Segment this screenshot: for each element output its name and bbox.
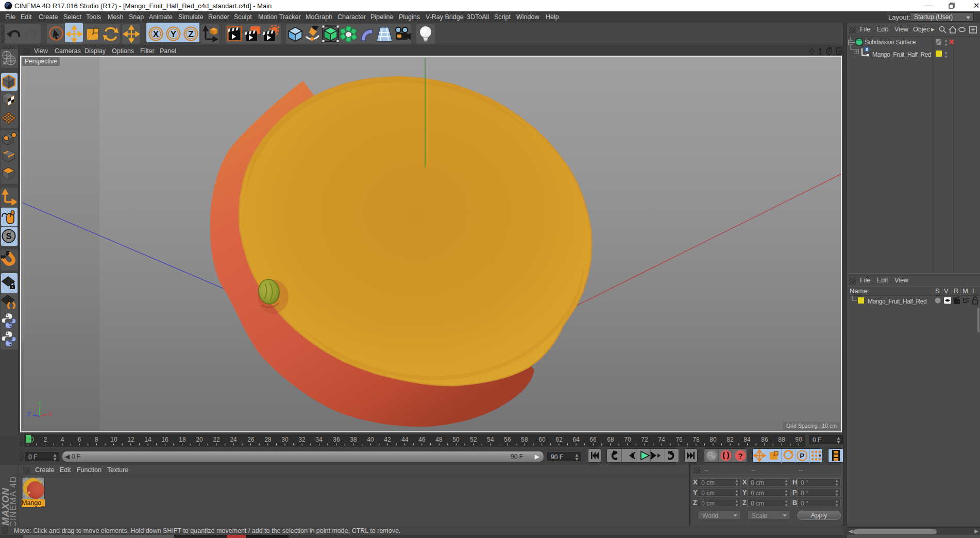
svg-text:0: 0 — [866, 47, 868, 52]
svg-text:88: 88 — [778, 436, 785, 443]
svg-text:14: 14 — [144, 436, 151, 443]
svg-text:44: 44 — [401, 436, 409, 443]
svg-text:60: 60 — [538, 436, 546, 443]
svg-text:90: 90 — [795, 436, 802, 443]
svg-text:74: 74 — [658, 436, 665, 443]
svg-text:24: 24 — [230, 436, 237, 443]
svg-text:54: 54 — [487, 436, 494, 443]
svg-text:56: 56 — [504, 436, 511, 443]
svg-text:36: 36 — [333, 436, 340, 443]
svg-text:34: 34 — [315, 436, 323, 443]
svg-text:Mango_Fruit_Half_Red: Mango_Fruit_Half_Red — [868, 298, 926, 305]
svg-text:P: P — [800, 452, 804, 460]
svg-text:16: 16 — [161, 436, 168, 443]
svg-text:12: 12 — [127, 436, 134, 443]
svg-text:58: 58 — [521, 436, 528, 443]
svg-text:Y: Y — [171, 29, 177, 39]
svg-text:30: 30 — [281, 436, 289, 443]
svg-text:Mango_Fruit_Half_Red: Mango_Fruit_Half_Red — [872, 51, 931, 58]
svg-text:50: 50 — [452, 436, 460, 443]
svg-text:32: 32 — [298, 436, 306, 443]
svg-text:20: 20 — [196, 436, 203, 443]
svg-text:Subdivision Surface: Subdivision Surface — [865, 39, 916, 46]
svg-text:2: 2 — [44, 436, 47, 443]
svg-text:62: 62 — [555, 436, 563, 443]
svg-text:70: 70 — [624, 436, 631, 443]
svg-text:64: 64 — [572, 436, 580, 443]
svg-text:Z: Z — [188, 29, 193, 39]
svg-text:22: 22 — [213, 436, 220, 443]
svg-text:28: 28 — [264, 436, 272, 443]
svg-text:10: 10 — [110, 436, 117, 443]
svg-text:72: 72 — [641, 436, 648, 443]
svg-text:76: 76 — [675, 436, 683, 443]
svg-text:4: 4 — [61, 436, 64, 443]
svg-text:0: 0 — [30, 436, 34, 443]
svg-text:Z: Z — [27, 411, 31, 417]
svg-text:52: 52 — [470, 436, 477, 443]
svg-text:68: 68 — [607, 436, 614, 443]
svg-text:48: 48 — [435, 436, 443, 443]
svg-text:66: 66 — [589, 436, 597, 443]
svg-text:18: 18 — [179, 436, 186, 443]
svg-text:Y: Y — [38, 400, 42, 407]
svg-text:8: 8 — [95, 436, 98, 443]
svg-text:86: 86 — [761, 436, 768, 443]
svg-text:X: X — [48, 411, 53, 417]
svg-text:40: 40 — [367, 436, 374, 443]
svg-text:46: 46 — [418, 436, 426, 443]
svg-text:6: 6 — [78, 436, 81, 443]
svg-text:78: 78 — [692, 436, 700, 443]
svg-text:S: S — [6, 232, 12, 241]
svg-text:26: 26 — [247, 436, 255, 443]
svg-text:84: 84 — [744, 436, 751, 443]
svg-text:80: 80 — [709, 436, 717, 443]
svg-text:X: X — [153, 29, 159, 39]
svg-text:?: ? — [738, 451, 742, 460]
svg-text:82: 82 — [726, 436, 734, 443]
svg-text:42: 42 — [384, 436, 391, 443]
svg-text:38: 38 — [350, 436, 357, 443]
